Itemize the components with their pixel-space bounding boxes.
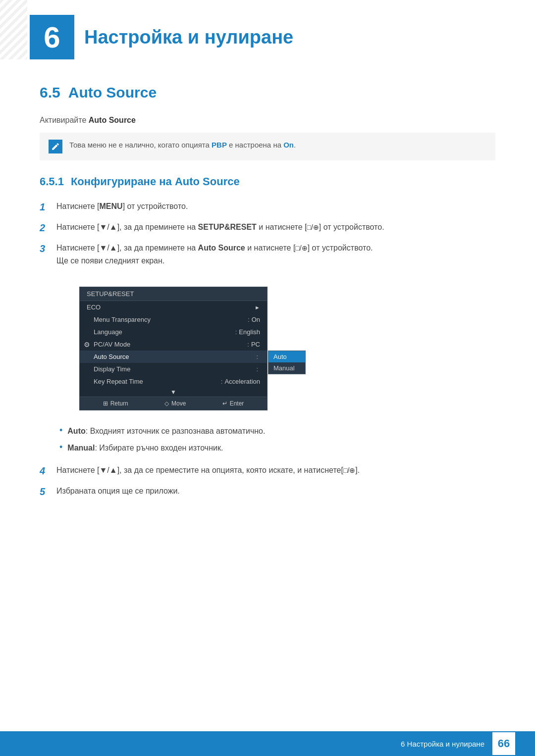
steps-list: 1 Натиснете [MENU] от устройството. 2 На… (40, 200, 495, 267)
osd-popup-manual: Manual (268, 362, 305, 374)
step-3: 3 Натиснете [▼/▲], за да преминете на Au… (40, 242, 495, 267)
section-title: Auto Source (68, 84, 157, 101)
subsection-title: Конфигуриране на Auto Source (71, 175, 240, 188)
note-icon (49, 140, 62, 153)
osd-footer-return: ⊞ Return (103, 400, 128, 407)
osd-popup: Auto Manual (268, 351, 306, 374)
osd-footer-move: ◇ Move (164, 400, 186, 407)
section-number: 6.5 (40, 84, 60, 101)
footer-page-number: 66 (492, 732, 515, 755)
osd-footer: ⊞ Return ◇ Move ↵ Enter (80, 397, 267, 410)
osd-row-menu-transparency: Menu Transparency : On (80, 313, 267, 326)
osd-more-arrow: ▼ (80, 388, 267, 397)
activate-text: Активирайте Auto Source (40, 116, 495, 125)
osd-menu: SETUP&RESET ECO ► Menu Transparency : On… (79, 287, 268, 410)
osd-row-key-repeat: Key Repeat Time : Acceleration (80, 375, 267, 388)
osd-row-language: Language : English (80, 326, 267, 338)
step-4: 4 Натиснете [▼/▲], за да се преместите н… (40, 464, 495, 478)
svg-rect-1 (0, 0, 27, 59)
osd-title-bar: SETUP&RESET (80, 287, 267, 301)
subsection-heading: 6.5.1 Конфигуриране на Auto Source (40, 175, 495, 188)
diagonal-decoration (0, 0, 27, 59)
step-1: 1 Натиснете [MENU] от устройството. (40, 200, 495, 214)
chapter-number: 6 (30, 15, 74, 59)
note-text: Това меню не е налично, когато опцията P… (69, 140, 296, 151)
bullet-list: • Auto: Входният източник се разпознава … (59, 425, 495, 454)
osd-row-auto-source: Auto Source : Auto Manual (80, 351, 267, 363)
step-2: 2 Натиснете [▼/▲], за да преминете на SE… (40, 221, 495, 235)
section-heading: 6.5 Auto Source (40, 84, 495, 101)
page-header: 6 Настройка и нулиране (0, 0, 535, 69)
chapter-title: Настройка и нулиране (84, 27, 293, 48)
main-content: 6.5 Auto Source Активирайте Auto Source … (0, 69, 535, 548)
bullet-manual: • Manual: Избирате ръчно входен източник… (59, 442, 495, 454)
gear-icon: ⚙ (84, 341, 90, 349)
osd-popup-auto: Auto (268, 351, 305, 362)
osd-row-display-time: Display Time : (80, 363, 267, 375)
osd-row-pcav: ⚙ PC/AV Mode : PC (80, 338, 267, 351)
footer-text: 6 Настройка и нулиране (401, 740, 484, 748)
subsection-number: 6.5.1 (40, 175, 64, 188)
osd-footer-enter: ↵ Enter (222, 400, 244, 407)
note-box: Това меню не е налично, когато опцията P… (40, 133, 495, 160)
steps-list-2: 4 Натиснете [▼/▲], за да се преместите н… (40, 464, 495, 499)
osd-container: SETUP&RESET ECO ► Menu Transparency : On… (79, 287, 268, 410)
osd-row-eco: ECO ► (80, 301, 267, 313)
step-5: 5 Избраната опция ще се приложи. (40, 485, 495, 499)
bullet-auto: • Auto: Входният източник се разпознава … (59, 425, 495, 437)
page-footer: 6 Настройка и нулиране 66 (0, 731, 535, 756)
